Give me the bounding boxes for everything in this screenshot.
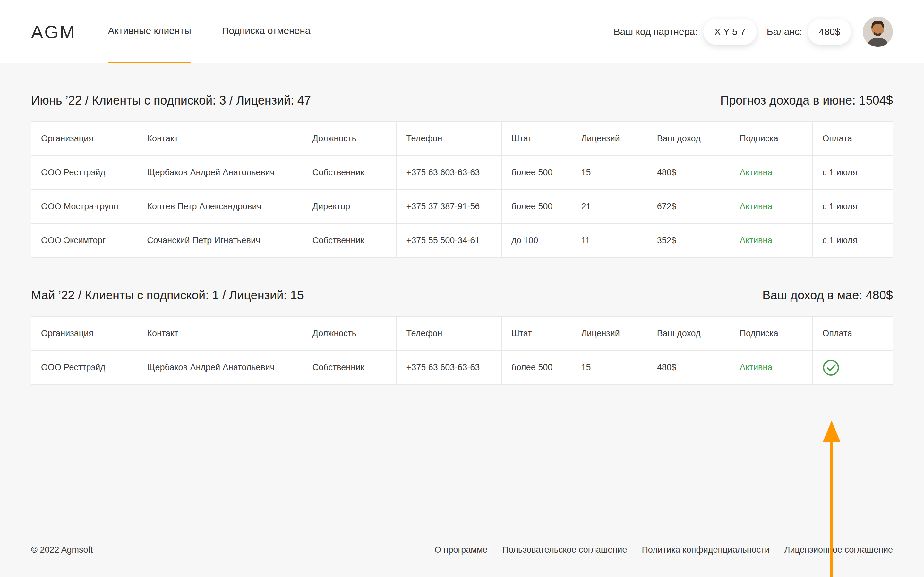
column-header-subscription: Подписка [730, 317, 813, 351]
table-row: ООО Мостра-группКоптев Петр Александрови… [31, 190, 893, 224]
cell-subscription: Активна [730, 351, 813, 385]
cell-position: Собственник [302, 224, 397, 258]
cell-org: ООО Мостра-групп [31, 190, 137, 224]
cell-contact: Сочанский Петр Игнатьевич [137, 224, 303, 258]
cell-payment: с 1 июля [813, 190, 893, 224]
section-may-summary: Ваш доход в мае: 480$ [762, 288, 893, 302]
cell-position: Собственник [302, 156, 397, 190]
section-june-summary: Прогноз дохода в июне: 1504$ [720, 93, 893, 107]
table-row: ООО РесттрэйдЩербаков Андрей Анатольевич… [31, 156, 893, 190]
balance-badge[interactable]: 480$ [808, 19, 851, 45]
cell-payment: с 1 июля [813, 224, 893, 258]
clients-table-june: ОрганизацияКонтактДолжностьТелефонШтатЛи… [31, 121, 893, 258]
cell-org: ООО Ресттрэйд [31, 156, 137, 190]
column-header-org: Организация [31, 122, 137, 156]
column-header-income: Ваш доход [647, 122, 730, 156]
section-june-header: Июнь ’22 / Клиенты с подпиской: 3 / Лице… [31, 93, 893, 107]
clients-table-may: ОрганизацияКонтактДолжностьТелефонШтатЛи… [31, 316, 893, 385]
copyright: © 2022 Agmsoft [31, 545, 93, 555]
cell-income: 480$ [647, 351, 730, 385]
cell-phone: +375 55 500-34-61 [397, 224, 502, 258]
arrow-head-icon [823, 421, 840, 442]
cell-subscription: Активна [730, 156, 813, 190]
cell-staff: более 500 [501, 190, 571, 224]
column-header-phone: Телефон [397, 317, 502, 351]
column-header-subscription: Подписка [730, 122, 813, 156]
arrow-line [830, 440, 833, 577]
cell-position: Директор [302, 190, 397, 224]
column-header-licenses: Лицензий [572, 122, 647, 156]
tab-cancelled-subscription-label: Подписка отменена [222, 25, 310, 36]
partner-code-label: Ваш код партнера: [614, 26, 698, 37]
main-content: Июнь ’22 / Клиенты с подпиской: 3 / Лице… [0, 93, 924, 385]
cell-payment: с 1 июля [813, 156, 893, 190]
payment-check-icon [822, 359, 840, 376]
cell-phone: +375 63 603-63-63 [397, 351, 502, 385]
cell-phone: +375 37 387-91-56 [397, 190, 502, 224]
partner-code-badge[interactable]: X Y 5 7 [703, 19, 756, 45]
footer-links: О программе Пользовательское соглашение … [420, 545, 893, 555]
column-header-org: Организация [31, 317, 137, 351]
nav-tabs: Активные клиенты Подписка отменена [108, 0, 341, 63]
header: AGM Активные клиенты Подписка отменена В… [0, 0, 924, 63]
cell-income: 480$ [647, 156, 730, 190]
header-right-group: Ваш код партнера: X Y 5 7 Баланс: 480$ [614, 17, 893, 47]
cell-staff: более 500 [501, 156, 571, 190]
footer-link-about[interactable]: О программе [435, 545, 487, 555]
footer: © 2022 Agmsoft О программе Пользовательс… [31, 545, 893, 555]
cell-staff: более 500 [501, 351, 571, 385]
cell-payment [813, 351, 893, 385]
column-header-phone: Телефон [397, 122, 502, 156]
cell-licenses: 15 [572, 351, 647, 385]
table-header-row: ОрганизацияКонтактДолжностьТелефонШтатЛи… [31, 317, 893, 351]
footer-link-license-agreement[interactable]: Лицензионное соглашение [784, 545, 893, 555]
avatar[interactable] [863, 17, 893, 47]
table-row: ООО ЭксимторгСочанский Петр ИгнатьевичСо… [31, 224, 893, 258]
column-header-position: Должность [302, 122, 397, 156]
cell-licenses: 21 [572, 190, 647, 224]
app-logo: AGM [31, 21, 76, 42]
column-header-staff: Штат [501, 317, 571, 351]
cell-income: 352$ [647, 224, 730, 258]
cell-org: ООО Ресттрэйд [31, 351, 137, 385]
table-row: ООО РесттрэйдЩербаков Андрей Анатольевич… [31, 351, 893, 385]
column-header-income: Ваш доход [647, 317, 730, 351]
column-header-licenses: Лицензий [572, 317, 647, 351]
cell-subscription: Активна [730, 190, 813, 224]
tab-cancelled-subscription[interactable]: Подписка отменена [222, 0, 310, 63]
cell-contact: Щербаков Андрей Анатольевич [137, 351, 303, 385]
cell-subscription: Активна [730, 224, 813, 258]
cell-contact: Щербаков Андрей Анатольевич [137, 156, 303, 190]
cell-position: Собственник [302, 351, 397, 385]
avatar-image [863, 17, 893, 47]
column-header-payment: Оплата [813, 317, 893, 351]
footer-link-user-agreement[interactable]: Пользовательское соглашение [502, 545, 627, 555]
section-june-title: Июнь ’22 / Клиенты с подпиской: 3 / Лице… [31, 93, 311, 107]
column-header-position: Должность [302, 317, 397, 351]
table-header-row: ОрганизацияКонтактДолжностьТелефонШтатЛи… [31, 122, 893, 156]
cell-licenses: 11 [572, 224, 647, 258]
cell-contact: Коптев Петр Александрович [137, 190, 303, 224]
column-header-payment: Оплата [813, 122, 893, 156]
column-header-contact: Контакт [137, 317, 303, 351]
cell-phone: +375 63 603-63-63 [397, 156, 502, 190]
column-header-contact: Контакт [137, 122, 303, 156]
footer-link-privacy-policy[interactable]: Политика конфиденциальности [642, 545, 769, 555]
balance-label: Баланс: [767, 26, 802, 37]
cell-staff: до 100 [501, 224, 571, 258]
cell-licenses: 15 [572, 156, 647, 190]
section-may-header: Май ’22 / Клиенты с подпиской: 1 / Лицен… [31, 288, 893, 302]
tab-active-clients[interactable]: Активные клиенты [108, 0, 191, 63]
tab-active-clients-label: Активные клиенты [108, 25, 191, 36]
cell-org: ООО Эксимторг [31, 224, 137, 258]
cell-income: 672$ [647, 190, 730, 224]
section-may-title: Май ’22 / Клиенты с подпиской: 1 / Лицен… [31, 288, 304, 302]
column-header-staff: Штат [501, 122, 571, 156]
